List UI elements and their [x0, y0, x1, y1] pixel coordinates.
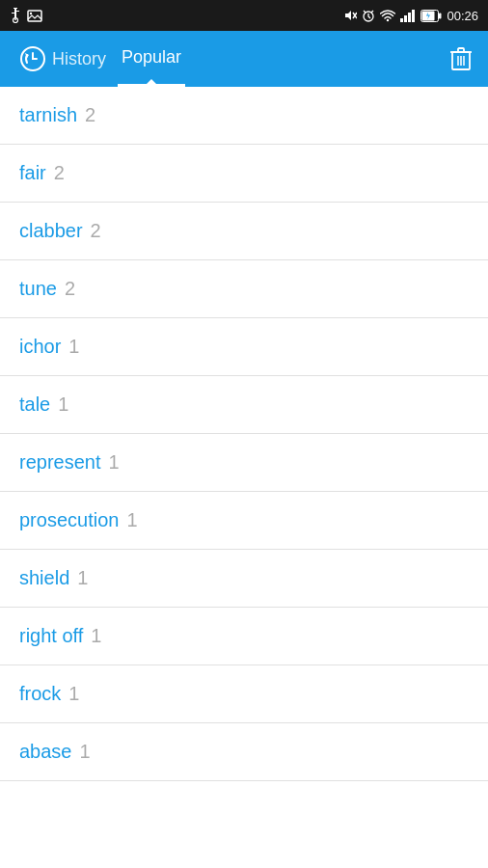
word-text: frock — [19, 683, 61, 705]
svg-rect-5 — [14, 17, 15, 20]
word-text: shield — [19, 567, 69, 589]
word-count: 1 — [91, 625, 101, 647]
active-tab-indicator — [144, 79, 159, 87]
word-text: tune — [19, 278, 57, 300]
battery-icon — [420, 10, 442, 22]
word-text: abase — [19, 741, 72, 763]
list-item[interactable]: right off1 — [0, 608, 488, 665]
trash-icon — [449, 46, 473, 71]
word-count: 1 — [68, 683, 79, 705]
word-count: 1 — [77, 567, 88, 589]
signal-icon — [400, 10, 416, 22]
svg-rect-1 — [14, 9, 16, 17]
word-count: 2 — [54, 162, 65, 184]
status-right-icons: 00:26 — [343, 9, 478, 23]
list-item[interactable]: abase1 — [0, 723, 488, 781]
word-count: 1 — [80, 741, 91, 763]
list-item[interactable]: tale1 — [0, 376, 488, 434]
word-text: ichor — [19, 336, 61, 358]
list-item[interactable]: represent1 — [0, 434, 488, 492]
list-item[interactable]: frock1 — [0, 665, 488, 723]
svg-rect-17 — [412, 10, 415, 22]
svg-rect-15 — [404, 15, 407, 22]
list-item[interactable]: prosecution1 — [0, 492, 488, 550]
svg-point-7 — [30, 12, 32, 14]
list-item[interactable]: clabber2 — [0, 203, 488, 260]
word-text: tale — [19, 393, 50, 416]
word-count: 1 — [58, 393, 68, 416]
svg-rect-19 — [439, 13, 442, 18]
app-header: History Popular — [0, 31, 488, 87]
time-display: 00:26 — [447, 9, 478, 23]
svg-rect-0 — [14, 8, 17, 9]
svg-rect-26 — [458, 48, 464, 52]
svg-marker-8 — [345, 11, 351, 20]
list-item[interactable]: tune2 — [0, 260, 488, 318]
popular-tab[interactable]: Popular — [118, 31, 185, 87]
list-item[interactable]: fair2 — [0, 145, 488, 203]
word-text: right off — [19, 625, 83, 647]
svg-rect-2 — [12, 13, 14, 14]
history-label: History — [52, 49, 106, 69]
word-count: 1 — [109, 451, 120, 474]
word-count: 1 — [126, 509, 137, 531]
word-count: 2 — [91, 220, 101, 242]
wifi-icon — [380, 10, 395, 22]
word-list: tarnish2fair2clabber2tune2ichor1tale1rep… — [0, 87, 488, 781]
alarm-icon — [362, 9, 375, 22]
word-text: tarnish — [19, 104, 77, 126]
word-text: clabber — [19, 220, 83, 242]
usb-icon — [10, 8, 21, 23]
svg-rect-3 — [16, 11, 19, 12]
list-item[interactable]: tarnish2 — [0, 87, 488, 145]
word-count: 2 — [65, 278, 75, 300]
word-count: 1 — [68, 336, 79, 358]
delete-button[interactable] — [446, 42, 476, 75]
status-left-icons — [10, 8, 42, 23]
image-icon — [27, 10, 42, 22]
word-count: 2 — [85, 104, 95, 126]
svg-rect-6 — [28, 11, 41, 21]
svg-line-13 — [371, 11, 373, 13]
list-item[interactable]: ichor1 — [0, 318, 488, 376]
svg-line-12 — [364, 11, 366, 13]
word-text: represent — [19, 451, 101, 474]
header-tabs: History Popular — [12, 31, 446, 87]
status-bar: 00:26 — [0, 0, 488, 31]
svg-rect-16 — [408, 13, 411, 22]
svg-rect-14 — [400, 18, 403, 22]
word-text: prosecution — [19, 509, 119, 531]
history-icon — [19, 45, 46, 72]
list-item[interactable]: shield1 — [0, 550, 488, 608]
mute-icon — [343, 9, 357, 22]
word-text: fair — [19, 162, 46, 184]
history-tab[interactable]: History — [12, 45, 114, 72]
